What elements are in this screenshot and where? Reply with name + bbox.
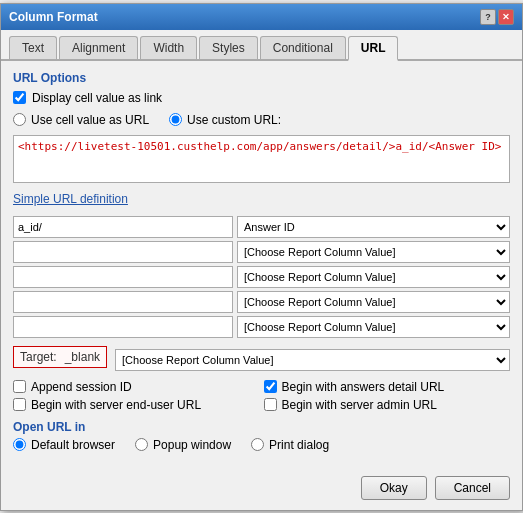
append-session-label: Append session ID: [31, 380, 132, 394]
tab-width[interactable]: Width: [140, 36, 197, 59]
use-cell-value-radio[interactable]: [13, 113, 26, 126]
help-button[interactable]: ?: [480, 9, 496, 25]
mapping-row-3: [Choose Report Column Value]: [13, 291, 510, 313]
default-browser-item: Default browser: [13, 438, 115, 452]
tab-alignment[interactable]: Alignment: [59, 36, 138, 59]
begin-server-end-user-checkbox[interactable]: [13, 398, 26, 411]
popup-window-item: Popup window: [135, 438, 231, 452]
okay-button[interactable]: Okay: [361, 476, 427, 500]
display-cell-row: Display cell value as link: [13, 91, 510, 105]
mapping-select-2[interactable]: [Choose Report Column Value]: [237, 266, 510, 288]
begin-server-admin-checkbox[interactable]: [264, 398, 277, 411]
tab-styles[interactable]: Styles: [199, 36, 258, 59]
default-browser-radio[interactable]: [13, 438, 26, 451]
use-cell-value-label: Use cell value as URL: [31, 113, 149, 127]
mapping-select-3[interactable]: [Choose Report Column Value]: [237, 291, 510, 313]
mapping-select-4[interactable]: [Choose Report Column Value]: [237, 316, 510, 338]
tab-text[interactable]: Text: [9, 36, 57, 59]
bottom-buttons: Okay Cancel: [1, 470, 522, 510]
mapping-select-0[interactable]: Answer ID: [237, 216, 510, 238]
close-button[interactable]: ✕: [498, 9, 514, 25]
display-cell-label: Display cell value as link: [32, 91, 162, 105]
url-type-row: Use cell value as URL Use custom URL:: [13, 113, 510, 127]
target-label: Target:: [20, 350, 57, 364]
begin-answers-item: Begin with answers detail URL: [264, 380, 511, 394]
mapping-input-3[interactable]: [13, 291, 233, 313]
begin-answers-checkbox[interactable]: [264, 380, 277, 393]
tab-conditional[interactable]: Conditional: [260, 36, 346, 59]
use-cell-value-item: Use cell value as URL: [13, 113, 149, 127]
mapping-input-4[interactable]: [13, 316, 233, 338]
options-grid: Append session ID Begin with answers det…: [13, 380, 510, 412]
target-box: Target: _blank: [13, 346, 107, 368]
use-custom-url-radio[interactable]: [169, 113, 182, 126]
open-url-section: Open URL in Default browser Popup window…: [13, 420, 510, 452]
print-dialog-label: Print dialog: [269, 438, 329, 452]
append-session-item: Append session ID: [13, 380, 260, 394]
open-url-label: Open URL in: [13, 420, 510, 434]
simple-url-link[interactable]: Simple URL definition: [13, 192, 510, 206]
display-cell-checkbox[interactable]: [13, 91, 26, 104]
begin-server-end-user-label: Begin with server end-user URL: [31, 398, 201, 412]
column-format-window: Column Format ? ✕ Text Alignment Width S…: [0, 3, 523, 511]
mapping-row-1: [Choose Report Column Value]: [13, 241, 510, 263]
use-custom-url-label: Use custom URL:: [187, 113, 281, 127]
mapping-select-1[interactable]: [Choose Report Column Value]: [237, 241, 510, 263]
cancel-button[interactable]: Cancel: [435, 476, 510, 500]
section-title: URL Options: [13, 71, 510, 85]
mapping-row-0: Answer ID: [13, 216, 510, 238]
open-url-radio-group: Default browser Popup window Print dialo…: [13, 438, 510, 452]
window-controls: ? ✕: [480, 9, 514, 25]
window-title: Column Format: [9, 10, 98, 24]
mapping-input-0[interactable]: [13, 216, 233, 238]
print-dialog-radio[interactable]: [251, 438, 264, 451]
append-session-checkbox[interactable]: [13, 380, 26, 393]
mapping-row-2: [Choose Report Column Value]: [13, 266, 510, 288]
popup-window-label: Popup window: [153, 438, 231, 452]
mapping-table: Answer ID [Choose Report Column Value] […: [13, 216, 510, 338]
popup-window-radio[interactable]: [135, 438, 148, 451]
title-bar: Column Format ? ✕: [1, 4, 522, 30]
mapping-input-2[interactable]: [13, 266, 233, 288]
tab-url[interactable]: URL: [348, 36, 399, 61]
use-custom-url-item: Use custom URL:: [169, 113, 281, 127]
main-content: URL Options Display cell value as link U…: [1, 61, 522, 470]
target-dropdown[interactable]: [Choose Report Column Value]: [115, 349, 510, 371]
begin-server-end-user-item: Begin with server end-user URL: [13, 398, 260, 412]
target-value: _blank: [65, 350, 100, 364]
mapping-row-4: [Choose Report Column Value]: [13, 316, 510, 338]
default-browser-label: Default browser: [31, 438, 115, 452]
target-section: Target: _blank [Choose Report Column Val…: [13, 346, 510, 374]
begin-answers-label: Begin with answers detail URL: [282, 380, 445, 394]
custom-url-textarea[interactable]: [13, 135, 510, 183]
tabs-container: Text Alignment Width Styles Conditional …: [1, 30, 522, 61]
begin-server-admin-label: Begin with server admin URL: [282, 398, 437, 412]
begin-server-admin-item: Begin with server admin URL: [264, 398, 511, 412]
print-dialog-item: Print dialog: [251, 438, 329, 452]
mapping-input-1[interactable]: [13, 241, 233, 263]
